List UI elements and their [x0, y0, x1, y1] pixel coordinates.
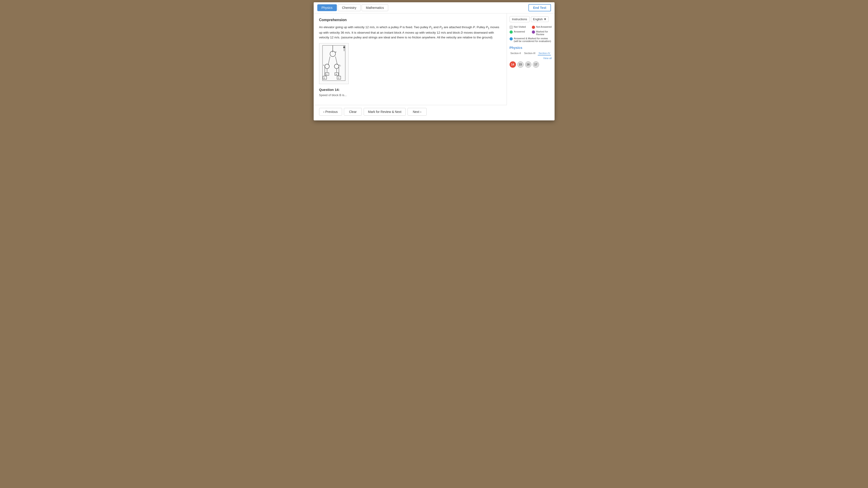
section-tab-ii[interactable]: Section-II [509, 51, 522, 56]
answered-icon [509, 30, 513, 34]
svg-point-10 [334, 64, 339, 69]
svg-text:B: B [336, 73, 337, 75]
comprehension-text: An elevator going up with velocity 12 m/… [319, 25, 501, 40]
comprehension-label: Comprehension [319, 18, 501, 22]
section-tab-iv[interactable]: Section-IV [538, 51, 551, 56]
not-visited-icon [509, 26, 513, 29]
chevron-right-icon: › [420, 110, 422, 113]
tab-mathematics[interactable]: Mathematics [362, 4, 388, 11]
tab-physics[interactable]: Physics [317, 4, 337, 11]
physics-section-label: Physics [509, 46, 552, 50]
svg-text:P: P [335, 51, 336, 54]
question-panel: Comprehension An elevator going up with … [314, 13, 507, 118]
mark-review-button[interactable]: Mark for Review & Next [364, 108, 406, 116]
pulley-diagram: P P1 P2 C [320, 44, 347, 83]
svg-text:P1: P1 [323, 64, 325, 67]
svg-text:D: D [338, 77, 339, 79]
svg-text:P2: P2 [339, 64, 341, 67]
clear-button[interactable]: Clear [344, 108, 362, 116]
tab-group: Physics Chemistry Mathematics [317, 4, 389, 11]
not-answered-label: Not Answered [536, 26, 552, 28]
svg-line-6 [328, 57, 330, 65]
answered-marked-icon [509, 37, 513, 40]
bottom-bar: ‹ Previous Clear Mark for Review & Next … [314, 105, 507, 118]
legend-not-visited: Not Visited [509, 26, 530, 29]
next-button[interactable]: Next › [407, 108, 426, 116]
question-content: Comprehension An elevator going up with … [314, 13, 507, 105]
marked-label: Marked for Review [536, 30, 552, 36]
diagram-box: P P1 P2 C [319, 43, 349, 84]
tab-chemistry[interactable]: Chemistry [338, 4, 361, 11]
not-visited-label: Not Visited [514, 26, 526, 28]
question-number-15[interactable]: 15 [517, 61, 524, 68]
legend-answered-marked: Answered & Marked for review (will be co… [509, 37, 552, 42]
question-numbers: 14 15 16 17 [509, 61, 552, 68]
svg-line-7 [336, 57, 337, 65]
legend-section: Not Visited Not Answered Answered Marked… [509, 26, 552, 42]
marked-icon [532, 30, 535, 34]
section-tabs: Section-II Section-III Section-IV View a… [509, 51, 552, 60]
right-sidebar: Instructions English ▼ Not Visited Not A… [507, 13, 555, 118]
svg-text:C: C [326, 73, 328, 75]
language-selector[interactable]: English ▼ [531, 17, 549, 22]
browser-window: Physics Chemistry Mathematics End Test C… [314, 2, 555, 121]
legend-not-answered: Not Answered [532, 26, 552, 29]
chevron-down-icon: ▼ [544, 18, 547, 21]
legend-marked: Marked for Review [532, 30, 552, 36]
not-answered-icon [532, 26, 535, 29]
question-subtext: Speed of block B is... [319, 93, 501, 97]
question-number-14[interactable]: 14 [509, 61, 516, 68]
question-number-17[interactable]: 17 [533, 61, 539, 68]
question-number-16[interactable]: 16 [525, 61, 531, 68]
instructions-button[interactable]: Instructions [509, 16, 530, 22]
answered-label: Answered [514, 30, 525, 33]
chevron-left-icon: ‹ [323, 110, 324, 113]
svg-marker-3 [343, 45, 345, 48]
sidebar-top: Instructions English ▼ [509, 16, 552, 22]
end-test-button[interactable]: End Test [528, 4, 551, 11]
top-nav: Physics Chemistry Mathematics End Test [314, 2, 555, 13]
language-label: English [533, 18, 543, 21]
next-label: Next [413, 110, 419, 113]
svg-text:A: A [324, 77, 325, 79]
answered-marked-label: Answered & Marked for review (will be co… [514, 37, 552, 42]
previous-button[interactable]: ‹ Previous [319, 108, 342, 116]
svg-point-8 [325, 64, 329, 69]
legend-answered: Answered [509, 30, 530, 36]
previous-label: Previous [325, 110, 338, 113]
section-tab-iii[interactable]: Section-III [523, 51, 536, 56]
main-layout: Comprehension An elevator going up with … [314, 13, 555, 118]
view-all-link[interactable]: View all [543, 57, 552, 60]
question-label: Question 14: [319, 88, 501, 92]
